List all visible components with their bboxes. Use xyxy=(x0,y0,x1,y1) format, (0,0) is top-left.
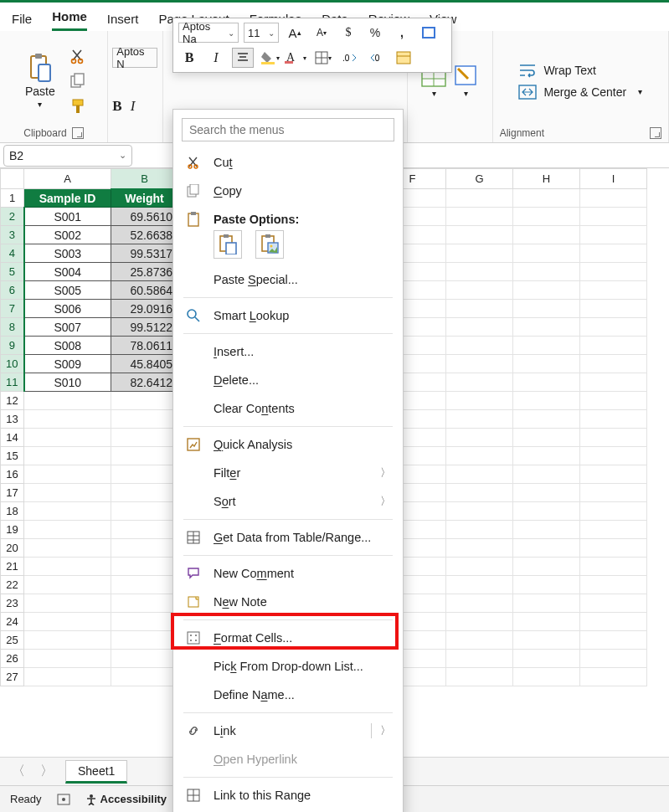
cell-B3[interactable]: 52.6638 xyxy=(111,226,178,244)
ctx-smart-lookup[interactable]: Smart Lookup xyxy=(173,301,403,330)
cell-I1[interactable] xyxy=(580,189,647,208)
cell-H16[interactable] xyxy=(513,465,580,484)
cell-I14[interactable] xyxy=(580,429,647,447)
macro-record-icon[interactable] xyxy=(57,794,70,805)
cell-B14[interactable] xyxy=(111,429,178,447)
format-painter-icon[interactable] xyxy=(69,97,87,116)
sheet-tab-sheet1[interactable]: Sheet1 xyxy=(65,760,127,784)
font-select-partial[interactable]: Aptos N xyxy=(112,48,157,68)
mini-fill-color-icon[interactable]: ▾ xyxy=(259,48,280,68)
cell-G1[interactable] xyxy=(446,189,513,208)
ctx-define-name[interactable]: Define Name... xyxy=(173,681,403,709)
cell-G23[interactable] xyxy=(446,594,513,613)
row-header-5[interactable]: 5 xyxy=(1,263,24,281)
mini-font-color-icon[interactable]: A▾ xyxy=(286,48,307,68)
cell-G24[interactable] xyxy=(446,613,513,631)
cell-A6[interactable]: S005 xyxy=(24,281,111,300)
cell-A19[interactable] xyxy=(24,521,111,539)
cell-A25[interactable] xyxy=(24,631,111,650)
row-header-15[interactable]: 15 xyxy=(1,447,24,465)
cell-B13[interactable] xyxy=(111,410,178,429)
cell-G19[interactable] xyxy=(446,521,513,539)
cell-I18[interactable] xyxy=(580,502,647,521)
tab-nav-prev[interactable]: 〈 xyxy=(8,763,28,780)
col-header-G[interactable]: G xyxy=(446,169,513,189)
ctx-copy[interactable]: Copy xyxy=(173,177,403,205)
ctx-format-cells[interactable]: Format Cells... xyxy=(173,624,403,652)
tab-insert[interactable]: Insert xyxy=(107,8,139,31)
cell-A15[interactable] xyxy=(24,447,111,465)
cell-A14[interactable] xyxy=(24,429,111,447)
cell-G9[interactable] xyxy=(446,337,513,355)
row-header-27[interactable]: 27 xyxy=(1,668,24,686)
cell-I16[interactable] xyxy=(580,465,647,484)
cell-H2[interactable] xyxy=(513,208,580,226)
row-header-24[interactable]: 24 xyxy=(1,613,24,631)
cell-I12[interactable] xyxy=(580,392,647,410)
cell-B16[interactable] xyxy=(111,465,178,484)
cell-I19[interactable] xyxy=(580,521,647,539)
row-header-7[interactable]: 7 xyxy=(1,300,24,318)
cell-B27[interactable] xyxy=(111,668,178,686)
cell-A16[interactable] xyxy=(24,465,111,484)
cell-B24[interactable] xyxy=(111,613,178,631)
mini-italic-button[interactable]: I xyxy=(205,48,227,68)
cell-styles-button[interactable]: ▾ xyxy=(453,64,478,98)
cell-G11[interactable] xyxy=(446,373,513,392)
paste-option-picture[interactable] xyxy=(255,230,284,259)
cell-I27[interactable] xyxy=(580,668,647,686)
cell-B7[interactable]: 29.0916 xyxy=(111,300,178,318)
tab-nav-next[interactable]: 〉 xyxy=(37,763,57,780)
cell-H26[interactable] xyxy=(513,650,580,668)
cell-G22[interactable] xyxy=(446,576,513,594)
mini-align-center-icon[interactable] xyxy=(232,48,254,68)
cell-G25[interactable] xyxy=(446,631,513,650)
cell-H22[interactable] xyxy=(513,576,580,594)
cell-H1[interactable] xyxy=(513,189,580,208)
cell-H20[interactable] xyxy=(513,539,580,558)
row-header-25[interactable]: 25 xyxy=(1,631,24,650)
cell-G27[interactable] xyxy=(446,668,513,686)
cell-H3[interactable] xyxy=(513,226,580,244)
cell-I6[interactable] xyxy=(580,281,647,300)
cell-H23[interactable] xyxy=(513,594,580,613)
tab-file[interactable]: File xyxy=(12,8,32,31)
cell-B17[interactable] xyxy=(111,484,178,502)
menu-search-input[interactable] xyxy=(182,118,394,141)
row-header-9[interactable]: 9 xyxy=(1,337,24,355)
cell-A9[interactable]: S008 xyxy=(24,337,111,355)
cell-B12[interactable] xyxy=(111,392,178,410)
increase-font-icon[interactable]: A▴ xyxy=(284,23,306,43)
cell-G17[interactable] xyxy=(446,484,513,502)
accounting-format-icon[interactable]: $ xyxy=(337,23,359,43)
cell-H15[interactable] xyxy=(513,447,580,465)
mini-borders-icon[interactable]: ▾ xyxy=(312,48,334,68)
accessibility-button[interactable]: Accessibility xyxy=(85,793,167,805)
cell-I7[interactable] xyxy=(580,300,647,318)
cell-H12[interactable] xyxy=(513,392,580,410)
row-header-14[interactable]: 14 xyxy=(1,429,24,447)
cell-B19[interactable] xyxy=(111,521,178,539)
cell-I17[interactable] xyxy=(580,484,647,502)
ctx-filter[interactable]: Filter〉 xyxy=(173,459,403,487)
row-header-17[interactable]: 17 xyxy=(1,484,24,502)
cell-B23[interactable] xyxy=(111,594,178,613)
cell-B15[interactable] xyxy=(111,447,178,465)
cell-A20[interactable] xyxy=(24,539,111,558)
mini-increase-decimal-icon[interactable]: .0 xyxy=(339,48,361,68)
cell-I11[interactable] xyxy=(580,373,647,392)
cell-H8[interactable] xyxy=(513,318,580,337)
cell-H11[interactable] xyxy=(513,373,580,392)
row-header-13[interactable]: 13 xyxy=(1,410,24,429)
cell-A4[interactable]: S003 xyxy=(24,244,111,263)
row-header-8[interactable]: 8 xyxy=(1,318,24,337)
copy-icon[interactable] xyxy=(69,72,87,90)
row-header-21[interactable]: 21 xyxy=(1,558,24,576)
cell-I9[interactable] xyxy=(580,337,647,355)
cell-G20[interactable] xyxy=(446,539,513,558)
cell-B20[interactable] xyxy=(111,539,178,558)
cell-H6[interactable] xyxy=(513,281,580,300)
col-header-B[interactable]: B xyxy=(111,169,178,189)
mini-bold-button[interactable]: B xyxy=(178,48,200,68)
cell-A3[interactable]: S002 xyxy=(24,226,111,244)
